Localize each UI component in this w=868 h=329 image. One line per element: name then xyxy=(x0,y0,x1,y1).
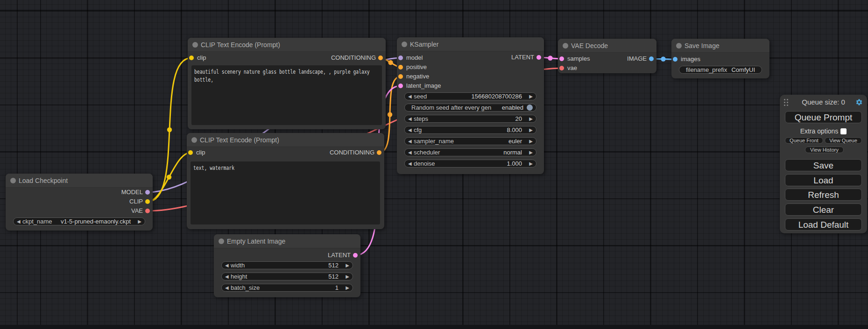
increment-arrow-icon[interactable]: ▶ xyxy=(346,273,349,280)
collapse-dot-icon[interactable] xyxy=(563,43,568,49)
slot-label: latent_image xyxy=(406,82,441,90)
load-default-button[interactable]: Load Default xyxy=(785,218,862,231)
collapse-dot-icon[interactable] xyxy=(191,137,197,143)
queue-prompt-button[interactable]: Queue Prompt xyxy=(785,111,862,123)
input-clip-slot[interactable] xyxy=(189,56,194,60)
widget-scheduler[interactable]: ◀▶schedulernormal xyxy=(404,148,536,156)
decrement-arrow-icon[interactable]: ◀ xyxy=(408,115,412,122)
widget-random-seed-after-every-gen[interactable]: Random seed after every genenabled xyxy=(404,104,536,112)
slot-label: clip xyxy=(196,149,205,156)
widget-label: batch_size xyxy=(231,284,260,291)
input-vae-slot[interactable] xyxy=(559,66,564,70)
collapse-dot-icon[interactable] xyxy=(402,42,407,47)
increment-arrow-icon[interactable]: ▶ xyxy=(529,149,533,156)
decrement-arrow-icon[interactable]: ◀ xyxy=(408,93,412,100)
increment-arrow-icon[interactable]: ▶ xyxy=(529,115,533,122)
panel-drag-handle[interactable] xyxy=(784,99,789,106)
output-vae-slot[interactable] xyxy=(145,209,150,213)
node-ksampler[interactable]: KSamplermodelpositivenegativelatent_imag… xyxy=(397,37,544,174)
node-empty-latent-image[interactable]: Empty Latent ImageLATENT◀▶width512◀▶heig… xyxy=(214,234,360,297)
node-clip-text-encode-negative[interactable]: CLIP Text Encode (Prompt)clipCONDITIONIN… xyxy=(187,133,384,229)
widget-height[interactable]: ◀▶height512 xyxy=(221,273,353,280)
input-positive-slot[interactable] xyxy=(398,65,403,70)
decrement-arrow-icon[interactable]: ◀ xyxy=(408,138,412,145)
bottom-bar xyxy=(0,325,868,329)
load-button[interactable]: Load xyxy=(785,174,862,186)
extra-options-checkbox[interactable] xyxy=(840,128,847,134)
view-history-button[interactable]: View History xyxy=(805,147,844,153)
decrement-arrow-icon[interactable]: ◀ xyxy=(17,218,21,225)
input-model-slot[interactable] xyxy=(398,56,403,60)
node-vae-decode[interactable]: VAE DecodesamplesvaeIMAGE xyxy=(558,39,656,73)
widget-filename-prefix[interactable]: filename_prefixComfyUI xyxy=(679,66,762,74)
widget-value: ComfyUI xyxy=(731,66,755,73)
widget-label: height xyxy=(231,273,247,280)
node-title: VAE Decode xyxy=(558,39,656,53)
input-negative-slot[interactable] xyxy=(398,74,403,79)
decrement-arrow-icon[interactable]: ◀ xyxy=(225,284,229,291)
widget-value: enabled xyxy=(502,104,523,111)
widget-sampler-name[interactable]: ◀▶sampler_nameeuler xyxy=(404,137,536,145)
prompt-textarea[interactable]: text, watermark xyxy=(191,161,380,224)
decrement-arrow-icon[interactable]: ◀ xyxy=(225,273,229,280)
widget-label: cfg xyxy=(414,126,422,133)
output-conditioning-slot[interactable] xyxy=(378,56,383,60)
slot-label: clip xyxy=(197,54,206,62)
output-latent-slot[interactable] xyxy=(353,253,358,258)
refresh-button[interactable]: Refresh xyxy=(785,189,862,201)
widget-width[interactable]: ◀▶width512 xyxy=(221,261,353,269)
widget-label: ckpt_name xyxy=(22,218,52,225)
node-title: Save Image xyxy=(671,39,769,53)
widget-ckpt-name[interactable]: ◀▶ckpt_namev1-5-pruned-emaonly.ckpt xyxy=(13,217,145,225)
save-button[interactable]: Save xyxy=(785,159,862,171)
slot-label: LATENT xyxy=(511,54,534,61)
view-queue-button[interactable]: View Queue xyxy=(825,137,862,144)
node-save-image[interactable]: Save Imageimagesfilename_prefixComfyUI xyxy=(671,39,769,78)
widget-label: width xyxy=(231,262,245,269)
extra-options-row: Extra options xyxy=(780,127,867,135)
prompt-textarea[interactable]: beautiful scenery nature glass bottle la… xyxy=(191,65,382,125)
clear-button[interactable]: Clear xyxy=(785,203,862,216)
widget-cfg[interactable]: ◀▶cfg8.000 xyxy=(404,126,536,134)
decrement-arrow-icon[interactable]: ◀ xyxy=(225,262,229,269)
input-clip-slot[interactable] xyxy=(188,150,193,155)
node-title: KSampler xyxy=(397,37,544,51)
increment-arrow-icon[interactable]: ▶ xyxy=(529,126,533,133)
output-conditioning-slot[interactable] xyxy=(377,150,381,155)
increment-arrow-icon[interactable]: ▶ xyxy=(529,160,533,167)
output-clip-slot[interactable] xyxy=(145,199,150,204)
decrement-arrow-icon[interactable]: ◀ xyxy=(408,160,412,167)
widget-batch-size[interactable]: ◀▶batch_size1 xyxy=(221,284,353,292)
settings-gear-icon[interactable] xyxy=(855,98,863,106)
increment-arrow-icon[interactable]: ▶ xyxy=(529,93,533,100)
widget-denoise[interactable]: ◀▶denoise1.000 xyxy=(404,160,536,168)
widget-value: v1-5-pruned-emaonly.ckpt xyxy=(61,218,131,225)
slot-label: IMAGE xyxy=(627,55,647,63)
collapse-dot-icon[interactable] xyxy=(676,43,682,49)
slot-label: CLIP xyxy=(129,198,143,205)
increment-arrow-icon[interactable]: ▶ xyxy=(529,138,533,145)
output-image-slot[interactable] xyxy=(649,56,654,61)
output-model-slot[interactable] xyxy=(145,190,150,195)
queue-front-button[interactable]: Queue Front xyxy=(785,137,823,144)
widget-steps[interactable]: ◀▶steps20 xyxy=(404,115,536,123)
input-images-slot[interactable] xyxy=(673,57,677,62)
widget-value: 1.000 xyxy=(507,160,522,167)
slot-label: MODEL xyxy=(121,189,143,196)
increment-arrow-icon[interactable]: ▶ xyxy=(346,284,349,291)
toggle-knob-icon[interactable] xyxy=(527,105,533,111)
decrement-arrow-icon[interactable]: ◀ xyxy=(408,149,412,156)
collapse-dot-icon[interactable] xyxy=(219,238,224,244)
widget-label: sampler_name xyxy=(414,138,454,145)
widget-seed[interactable]: ◀▶seed156680208700286 xyxy=(404,92,536,100)
increment-arrow-icon[interactable]: ▶ xyxy=(346,262,349,269)
collapse-dot-icon[interactable] xyxy=(10,178,16,183)
collapse-dot-icon[interactable] xyxy=(192,42,198,48)
decrement-arrow-icon[interactable]: ◀ xyxy=(408,126,412,133)
input-latent_image-slot[interactable] xyxy=(398,84,403,88)
node-load-checkpoint[interactable]: Load CheckpointMODELCLIPVAE◀▶ckpt_namev1… xyxy=(6,174,153,231)
output-latent-slot[interactable] xyxy=(536,55,541,60)
node-clip-text-encode-positive[interactable]: CLIP Text Encode (Prompt)clipCONDITIONIN… xyxy=(188,38,386,129)
input-samples-slot[interactable] xyxy=(559,56,564,61)
increment-arrow-icon[interactable]: ▶ xyxy=(138,218,141,225)
